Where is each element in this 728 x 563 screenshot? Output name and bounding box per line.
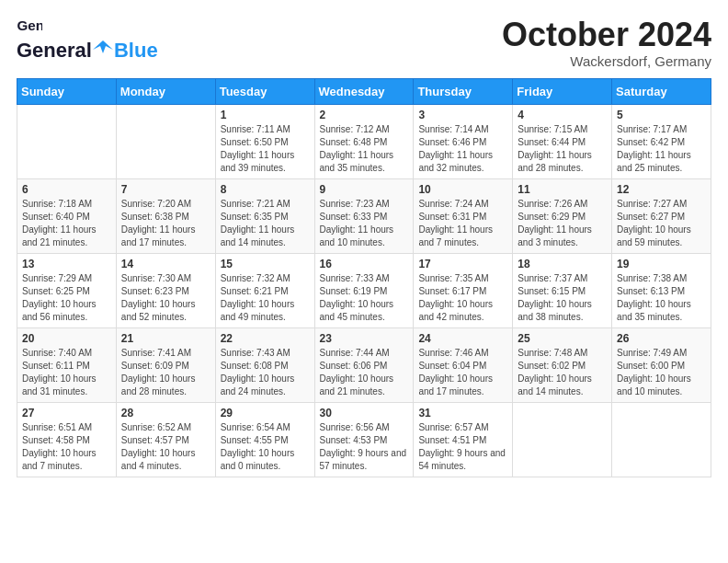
logo-icon: General: [17, 17, 42, 37]
calendar-cell: 14Sunrise: 7:30 AMSunset: 6:23 PMDayligh…: [116, 253, 215, 327]
day-info: Sunrise: 7:20 AMSunset: 6:38 PMDaylight:…: [121, 198, 210, 249]
svg-text:General: General: [17, 17, 42, 33]
day-number: 22: [221, 332, 310, 345]
calendar-cell: 23Sunrise: 7:44 AMSunset: 6:06 PMDayligh…: [314, 327, 414, 402]
day-info: Sunrise: 7:26 AMSunset: 6:29 PMDaylight:…: [518, 198, 607, 249]
day-info: Sunrise: 7:35 AMSunset: 6:17 PMDaylight:…: [418, 272, 507, 324]
calendar-cell: 28Sunrise: 6:52 AMSunset: 4:57 PMDayligh…: [116, 402, 215, 477]
day-number: 15: [221, 258, 310, 270]
day-info: Sunrise: 7:37 AMSunset: 6:15 PMDaylight:…: [518, 272, 607, 324]
calendar-week-row: 13Sunrise: 7:29 AMSunset: 6:25 PMDayligh…: [17, 253, 711, 327]
day-info: Sunrise: 6:57 AMSunset: 4:51 PMDaylight:…: [418, 421, 507, 473]
calendar-cell: 5Sunrise: 7:17 AMSunset: 6:42 PMDaylight…: [612, 104, 711, 178]
calendar-cell: 13Sunrise: 7:29 AMSunset: 6:25 PMDayligh…: [17, 253, 117, 327]
header: General General Blue October 2024 Wacker…: [17, 17, 711, 69]
day-info: Sunrise: 6:56 AMSunset: 4:53 PMDaylight:…: [320, 421, 409, 473]
day-number: 20: [22, 332, 111, 345]
day-number: 26: [617, 332, 706, 345]
day-number: 11: [518, 183, 607, 196]
calendar-cell: 20Sunrise: 7:40 AMSunset: 6:11 PMDayligh…: [17, 327, 117, 402]
day-number: 21: [121, 332, 210, 345]
day-number: 9: [320, 183, 409, 196]
logo-bird-icon: [93, 37, 113, 57]
day-number: 6: [22, 183, 111, 196]
day-info: Sunrise: 7:49 AMSunset: 6:00 PMDaylight:…: [617, 347, 706, 398]
calendar-header-saturday: Saturday: [612, 78, 711, 104]
day-number: 4: [518, 109, 607, 121]
day-number: 8: [221, 183, 310, 196]
calendar-cell: [17, 104, 117, 178]
day-info: Sunrise: 7:33 AMSunset: 6:19 PMDaylight:…: [320, 272, 409, 324]
day-number: 28: [121, 407, 210, 419]
calendar-cell: 29Sunrise: 6:54 AMSunset: 4:55 PMDayligh…: [215, 402, 314, 477]
calendar-cell: 18Sunrise: 7:37 AMSunset: 6:15 PMDayligh…: [513, 253, 612, 327]
logo-general: General: [17, 39, 92, 63]
day-number: 2: [320, 109, 409, 121]
calendar-week-row: 27Sunrise: 6:51 AMSunset: 4:58 PMDayligh…: [17, 402, 711, 477]
day-info: Sunrise: 7:18 AMSunset: 6:40 PMDaylight:…: [22, 198, 111, 249]
calendar-cell: 9Sunrise: 7:23 AMSunset: 6:33 PMDaylight…: [314, 178, 414, 253]
day-info: Sunrise: 7:24 AMSunset: 6:31 PMDaylight:…: [418, 198, 507, 249]
day-number: 1: [221, 109, 310, 121]
day-number: 5: [617, 109, 706, 121]
calendar-cell: 1Sunrise: 7:11 AMSunset: 6:50 PMDaylight…: [215, 104, 314, 178]
day-info: Sunrise: 7:12 AMSunset: 6:48 PMDaylight:…: [320, 123, 409, 175]
day-info: Sunrise: 7:32 AMSunset: 6:21 PMDaylight:…: [221, 272, 310, 324]
calendar-cell: 25Sunrise: 7:48 AMSunset: 6:02 PMDayligh…: [513, 327, 612, 402]
day-info: Sunrise: 7:40 AMSunset: 6:11 PMDaylight:…: [22, 347, 111, 398]
day-number: 14: [121, 258, 210, 270]
day-info: Sunrise: 7:46 AMSunset: 6:04 PMDaylight:…: [418, 347, 507, 398]
calendar-cell: 15Sunrise: 7:32 AMSunset: 6:21 PMDayligh…: [215, 253, 314, 327]
day-info: Sunrise: 7:15 AMSunset: 6:44 PMDaylight:…: [518, 123, 607, 175]
calendar-header-tuesday: Tuesday: [215, 78, 314, 104]
title-area: October 2024 Wackersdorf, Germany: [502, 17, 711, 69]
day-number: 18: [518, 258, 607, 270]
calendar-week-row: 20Sunrise: 7:40 AMSunset: 6:11 PMDayligh…: [17, 327, 711, 402]
day-number: 31: [418, 407, 507, 419]
calendar-cell: 17Sunrise: 7:35 AMSunset: 6:17 PMDayligh…: [414, 253, 513, 327]
day-number: 7: [121, 183, 210, 196]
day-info: Sunrise: 7:23 AMSunset: 6:33 PMDaylight:…: [320, 198, 409, 249]
calendar-cell: 7Sunrise: 7:20 AMSunset: 6:38 PMDaylight…: [116, 178, 215, 253]
calendar-cell: 11Sunrise: 7:26 AMSunset: 6:29 PMDayligh…: [513, 178, 612, 253]
svg-marker-1: [93, 40, 113, 53]
calendar-cell: 27Sunrise: 6:51 AMSunset: 4:58 PMDayligh…: [17, 402, 117, 477]
calendar-cell: 31Sunrise: 6:57 AMSunset: 4:51 PMDayligh…: [414, 402, 513, 477]
day-number: 16: [320, 258, 409, 270]
day-number: 17: [418, 258, 507, 270]
day-number: 3: [418, 109, 507, 121]
calendar-cell: [116, 104, 215, 178]
logo-blue: Blue: [114, 39, 158, 63]
month-title: October 2024: [502, 17, 711, 53]
day-info: Sunrise: 6:52 AMSunset: 4:57 PMDaylight:…: [121, 421, 210, 473]
calendar-cell: 6Sunrise: 7:18 AMSunset: 6:40 PMDaylight…: [17, 178, 117, 253]
day-info: Sunrise: 6:51 AMSunset: 4:58 PMDaylight:…: [22, 421, 111, 473]
day-info: Sunrise: 7:14 AMSunset: 6:46 PMDaylight:…: [418, 123, 507, 175]
calendar-cell: 24Sunrise: 7:46 AMSunset: 6:04 PMDayligh…: [414, 327, 513, 402]
calendar-cell: 4Sunrise: 7:15 AMSunset: 6:44 PMDaylight…: [513, 104, 612, 178]
day-number: 25: [518, 332, 607, 345]
day-number: 29: [221, 407, 310, 419]
calendar-cell: 21Sunrise: 7:41 AMSunset: 6:09 PMDayligh…: [116, 327, 215, 402]
calendar-cell: 30Sunrise: 6:56 AMSunset: 4:53 PMDayligh…: [314, 402, 414, 477]
calendar-cell: 22Sunrise: 7:43 AMSunset: 6:08 PMDayligh…: [215, 327, 314, 402]
day-number: 24: [418, 332, 507, 345]
day-info: Sunrise: 7:21 AMSunset: 6:35 PMDaylight:…: [221, 198, 310, 249]
calendar-cell: 3Sunrise: 7:14 AMSunset: 6:46 PMDaylight…: [414, 104, 513, 178]
page: General General Blue October 2024 Wacker…: [0, 0, 728, 563]
calendar-cell: 26Sunrise: 7:49 AMSunset: 6:00 PMDayligh…: [612, 327, 711, 402]
day-info: Sunrise: 7:11 AMSunset: 6:50 PMDaylight:…: [221, 123, 310, 175]
calendar-cell: 16Sunrise: 7:33 AMSunset: 6:19 PMDayligh…: [314, 253, 414, 327]
calendar-header-row: SundayMondayTuesdayWednesdayThursdayFrid…: [17, 78, 711, 104]
day-info: Sunrise: 7:41 AMSunset: 6:09 PMDaylight:…: [121, 347, 210, 398]
day-info: Sunrise: 7:27 AMSunset: 6:27 PMDaylight:…: [617, 198, 706, 249]
calendar-header-wednesday: Wednesday: [314, 78, 414, 104]
day-info: Sunrise: 7:44 AMSunset: 6:06 PMDaylight:…: [320, 347, 409, 398]
day-info: Sunrise: 7:43 AMSunset: 6:08 PMDaylight:…: [221, 347, 310, 398]
calendar-header-monday: Monday: [116, 78, 215, 104]
day-number: 30: [320, 407, 409, 419]
calendar-cell: 8Sunrise: 7:21 AMSunset: 6:35 PMDaylight…: [215, 178, 314, 253]
day-info: Sunrise: 7:30 AMSunset: 6:23 PMDaylight:…: [121, 272, 210, 324]
day-number: 13: [22, 258, 111, 270]
day-number: 12: [617, 183, 706, 196]
